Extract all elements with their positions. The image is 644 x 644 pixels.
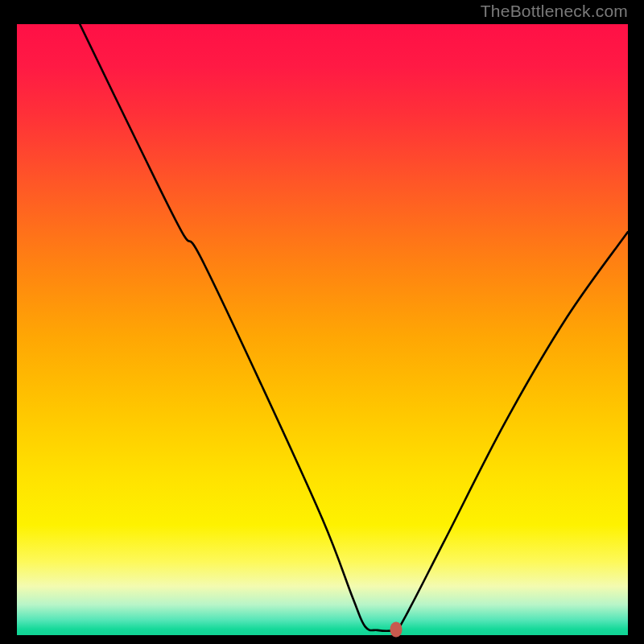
curve-path (80, 24, 628, 632)
plot-area (17, 24, 628, 635)
optimal-point-marker (390, 622, 402, 638)
watermark-text: TheBottleneck.com (481, 2, 628, 21)
bottleneck-curve (17, 24, 628, 635)
chart-stage: TheBottleneck.com (0, 0, 644, 644)
